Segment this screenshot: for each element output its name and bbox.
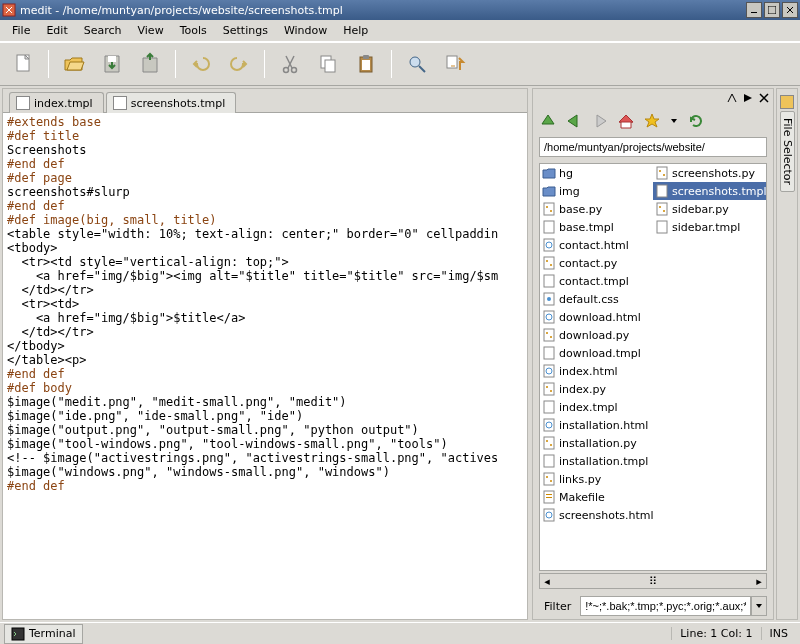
bookmark-star-icon[interactable] (643, 112, 661, 130)
undo-button[interactable] (184, 47, 218, 81)
file-item[interactable]: installation.py (540, 434, 653, 452)
menu-edit[interactable]: Edit (38, 22, 75, 39)
file-item[interactable]: index.html (540, 362, 653, 380)
dropdown-icon[interactable] (669, 116, 679, 126)
file-type-icon (542, 310, 556, 324)
path-input[interactable] (539, 137, 767, 157)
detach-icon[interactable] (727, 93, 737, 103)
minimize-button[interactable] (746, 2, 762, 18)
svg-point-54 (663, 174, 665, 176)
close-button[interactable] (782, 2, 798, 18)
menu-settings[interactable]: Settings (215, 22, 276, 39)
file-item[interactable]: img (540, 182, 653, 200)
file-type-icon (655, 166, 669, 180)
file-item[interactable]: contact.html (540, 236, 653, 254)
file-item[interactable]: contact.py (540, 254, 653, 272)
svg-rect-44 (544, 473, 554, 485)
file-item[interactable]: hg (540, 164, 653, 182)
terminal-icon (11, 627, 25, 641)
replace-button[interactable] (438, 47, 472, 81)
menu-search[interactable]: Search (76, 22, 130, 39)
nav-home-icon[interactable] (617, 112, 635, 130)
file-selector-panel: hgimgbase.pybase.tmplcontact.htmlcontact… (532, 88, 774, 620)
file-item[interactable]: sidebar.tmpl (653, 218, 766, 236)
svg-point-15 (546, 206, 548, 208)
find-button[interactable] (400, 47, 434, 81)
file-item[interactable]: screenshots.tmpl (653, 182, 766, 200)
file-type-icon (542, 418, 556, 432)
svg-rect-10 (363, 55, 369, 59)
editor-text[interactable]: #extends base #def title Screenshots #en… (3, 113, 527, 619)
new-file-button[interactable] (6, 47, 40, 81)
nav-forward-icon[interactable] (591, 112, 609, 130)
file-item[interactable]: download.py (540, 326, 653, 344)
file-type-icon (542, 490, 556, 504)
file-item[interactable]: screenshots.py (653, 164, 766, 182)
file-type-icon (542, 400, 556, 414)
maximize-button[interactable] (764, 2, 780, 18)
file-type-icon (542, 202, 556, 216)
tab-screenshots[interactable]: screenshots.tmpl (106, 92, 237, 113)
svg-point-29 (546, 332, 548, 334)
copy-button[interactable] (311, 47, 345, 81)
file-item[interactable]: default.css (540, 290, 653, 308)
file-item[interactable]: download.html (540, 308, 653, 326)
terminal-button[interactable]: Terminal (4, 624, 83, 644)
menu-view[interactable]: View (130, 22, 172, 39)
tab-index[interactable]: index.tmpl (9, 92, 104, 113)
svg-rect-14 (544, 203, 554, 215)
menu-help[interactable]: Help (335, 22, 376, 39)
file-item[interactable]: sidebar.py (653, 200, 766, 218)
file-selector-tab[interactable]: File Selector (780, 111, 795, 192)
nav-back-icon[interactable] (565, 112, 583, 130)
file-item[interactable]: installation.html (540, 416, 653, 434)
file-type-icon (655, 184, 669, 198)
menu-tools[interactable]: Tools (172, 22, 215, 39)
file-item[interactable]: base.tmpl (540, 218, 653, 236)
svg-point-6 (292, 68, 297, 73)
insert-mode[interactable]: INS (761, 627, 796, 640)
svg-point-21 (546, 260, 548, 262)
file-item[interactable]: contact.tmpl (540, 272, 653, 290)
filter-input[interactable] (580, 596, 751, 616)
file-item[interactable]: download.tmpl (540, 344, 653, 362)
paste-button[interactable] (349, 47, 383, 81)
cut-button[interactable] (273, 47, 307, 81)
nav-up-icon[interactable] (539, 112, 557, 130)
file-type-icon (542, 256, 556, 270)
svg-rect-56 (657, 203, 667, 215)
editor-pane: index.tmpl screenshots.tmpl #extends bas… (2, 88, 528, 620)
file-type-icon (542, 184, 556, 198)
svg-rect-52 (657, 167, 667, 179)
menu-file[interactable]: File (4, 22, 38, 39)
file-icon (113, 96, 127, 110)
file-item[interactable]: installation.tmpl (540, 452, 653, 470)
filter-dropdown-button[interactable] (751, 596, 767, 616)
horizontal-scrollbar[interactable]: ◂⠿▸ (539, 573, 767, 589)
file-item[interactable]: screenshots.html (540, 506, 653, 524)
menu-window[interactable]: Window (276, 22, 335, 39)
svg-rect-34 (544, 383, 554, 395)
collapse-icon[interactable] (743, 93, 753, 103)
file-type-icon (542, 346, 556, 360)
save-as-button[interactable] (133, 47, 167, 81)
svg-rect-2 (768, 6, 776, 14)
editor-tabs: index.tmpl screenshots.tmpl (3, 89, 527, 113)
file-type-icon (542, 454, 556, 468)
svg-rect-31 (544, 347, 554, 359)
file-item[interactable]: Makefile (540, 488, 653, 506)
refresh-icon[interactable] (687, 112, 705, 130)
open-file-button[interactable] (57, 47, 91, 81)
file-type-icon (655, 220, 669, 234)
close-panel-icon[interactable] (759, 93, 769, 103)
svg-point-12 (410, 57, 420, 67)
file-item[interactable]: links.py (540, 470, 653, 488)
save-button[interactable] (95, 47, 129, 81)
file-item[interactable]: base.py (540, 200, 653, 218)
window-title: medit - /home/muntyan/projects/website/s… (16, 4, 744, 17)
file-item[interactable]: index.tmpl (540, 398, 653, 416)
menu-bar: File Edit Search View Tools Settings Win… (0, 20, 800, 42)
file-list[interactable]: hgimgbase.pybase.tmplcontact.htmlcontact… (539, 163, 767, 571)
file-item[interactable]: index.py (540, 380, 653, 398)
redo-button[interactable] (222, 47, 256, 81)
